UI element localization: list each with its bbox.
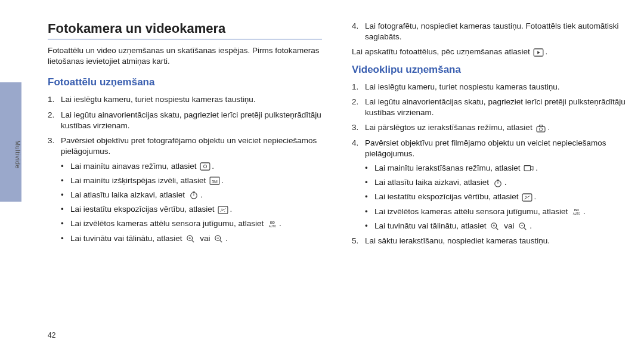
list-item-text: Pavērsiet objektīvu pret filmējamo objek…: [365, 138, 606, 158]
list-item: Pavērsiet objektīvu pret fotografējamo o…: [48, 135, 322, 244]
zoom-in-icon: [185, 234, 196, 243]
playback-icon: [533, 48, 544, 57]
scene-icon: [200, 162, 210, 171]
list-item: Lai pārslēgtos uz ierakstīšanas režīmu, …: [352, 122, 626, 133]
photo-steps-cont: Lai fotografētu, nospiediet kameras taus…: [352, 21, 626, 42]
right-column: Lai fotografētu, nospiediet kameras taus…: [352, 21, 626, 251]
main-title: Fotokamera un videokamera: [48, 21, 322, 39]
list-item: Lai mainītu izšķirtspējas izvēli, atlasi…: [61, 175, 322, 186]
page-number: 42: [48, 331, 55, 339]
svg-point-23: [540, 128, 543, 131]
list-item: Lai ieslēgtu kameru, turiet nospiestu ka…: [48, 94, 322, 105]
list-item: Lai atlasītu laika aizkavi, atlasiet .: [61, 190, 322, 200]
list-item: Lai iegūtu ainavorientācijas skatu, pagr…: [48, 110, 322, 131]
photo-bullets: Lai mainītu ainavas režīmu, atlasiet . L…: [61, 161, 322, 244]
svg-line-39: [524, 228, 527, 230]
svg-line-35: [496, 228, 499, 230]
svg-marker-20: [538, 51, 540, 54]
svg-text:+: +: [525, 194, 527, 198]
timer-icon: [188, 191, 199, 199]
photo-steps: Lai ieslēgtu kameru, turiet nospiestu ka…: [48, 94, 322, 243]
list-item: Lai iestatītu ekspozīcijas vērtību, atla…: [61, 204, 322, 215]
svg-text:-: -: [224, 209, 225, 213]
iso-icon: ISOAUTO: [571, 208, 582, 216]
svg-rect-22: [540, 125, 543, 127]
list-item: Lai sāktu ierakstīšanu, nospiediet kamer…: [352, 236, 626, 246]
svg-text:+: +: [221, 207, 223, 211]
list-item: Lai izvēlētos kameras attēlu sensora jut…: [61, 218, 322, 229]
list-item-text: Pavērsiet objektīvu pret fotografējamo o…: [61, 136, 317, 156]
svg-text:AUTO: AUTO: [573, 212, 581, 215]
camera-mode-icon: [535, 124, 546, 132]
svg-text:ISO: ISO: [574, 209, 579, 212]
list-item: Lai mainītu ierakstīšanas režīmu, atlasi…: [365, 163, 626, 174]
page-content: Fotokamera un videokamera Fotoattēlu un …: [48, 21, 626, 251]
record-mode-icon: [524, 164, 534, 172]
list-item: Lai atlasītu laika aizkavi, atlasiet .: [365, 177, 626, 188]
svg-text:-: -: [528, 197, 530, 200]
resolution-icon: 3M: [209, 177, 220, 185]
svg-text:AUTO: AUTO: [269, 224, 277, 227]
list-item: Lai mainītu ainavas režīmu, atlasiet .: [61, 161, 322, 172]
svg-rect-24: [524, 166, 531, 171]
sub-title-photo: Fotoattēlu uzņemšana: [48, 76, 322, 88]
zoom-out-icon: [213, 234, 224, 243]
list-item: Lai izvēlētos kameras attēlu sensora jut…: [365, 206, 626, 217]
list-item: Lai ieslēgtu kameru, turiet nospiestu ka…: [352, 82, 626, 92]
video-steps: Lai ieslēgtu kameru, turiet nospiestu ka…: [352, 82, 626, 247]
exposure-icon: +-: [522, 193, 532, 202]
list-item: Lai tuvinātu vai tālinātu, atlasiet vai …: [61, 233, 322, 244]
svg-line-13: [192, 240, 194, 243]
sidebar-label: Multivide: [14, 140, 21, 169]
list-item: Lai iestatītu ekspozīcijas vērtību, atla…: [365, 192, 626, 202]
list-item: Lai iegūtu ainavorientācijas skatu, pagr…: [352, 97, 626, 118]
svg-point-1: [204, 165, 207, 168]
iso-icon: ISOAUTO: [267, 220, 278, 228]
video-bullets: Lai mainītu ierakstīšanas režīmu, atlasi…: [365, 163, 626, 231]
zoom-in-icon: [490, 222, 500, 230]
view-photos-text: Lai apskatītu fotoattēlus, pēc uzņemšana…: [352, 47, 626, 57]
svg-line-17: [220, 240, 222, 243]
list-item: Lai fotografētu, nospiediet kameras taus…: [352, 21, 626, 42]
exposure-icon: +-: [218, 206, 228, 214]
svg-text:3M: 3M: [212, 180, 218, 184]
svg-text:ISO: ISO: [270, 221, 275, 224]
left-column: Fotokamera un videokamera Fotoattēlu un …: [48, 21, 322, 251]
sub-title-video: Videoklipu uzņemšana: [352, 64, 626, 76]
zoom-out-icon: [518, 222, 528, 230]
intro-text: Fotoattēlu un video uzņemšanas un skatīš…: [48, 45, 322, 67]
list-item: Lai tuvinātu vai tālinātu, atlasiet vai …: [365, 221, 626, 231]
svg-rect-0: [200, 163, 210, 170]
svg-marker-25: [531, 166, 533, 171]
list-item: Pavērsiet objektīvu pret filmējamo objek…: [352, 138, 626, 232]
timer-icon: [493, 179, 503, 187]
